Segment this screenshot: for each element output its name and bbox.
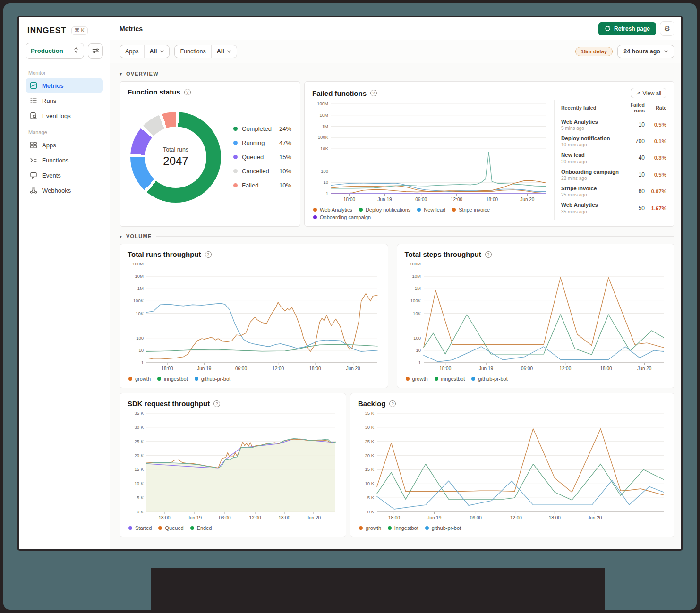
legend-dot (233, 127, 238, 131)
environment-select[interactable]: Production (26, 43, 84, 59)
failed-runs-count: 60 (619, 188, 645, 195)
overview-section-header[interactable]: ▾ OVERVIEW (120, 71, 674, 77)
svg-text:18:00: 18:00 (278, 515, 290, 520)
failed-rate: 0.5% (645, 122, 666, 128)
sdk-requests-chart-legend: StartedQueuedEnded (128, 522, 338, 531)
svg-text:10M: 10M (135, 273, 144, 279)
legend-item: growth (406, 376, 428, 382)
table-row[interactable]: Deploy notification10 mins ago7000.1% (561, 133, 666, 149)
sidebar-section-label: Manage (28, 129, 100, 135)
volume-section-header[interactable]: ▾ VOLUME (120, 233, 674, 239)
sidebar-item-apps[interactable]: Apps (26, 138, 103, 152)
help-icon[interactable]: ? (485, 251, 492, 258)
view-all-button[interactable]: ↗ View all (631, 88, 666, 98)
svg-text:18:00: 18:00 (343, 197, 355, 202)
svg-text:10M: 10M (320, 112, 329, 118)
svg-text:Jun 20: Jun 20 (520, 197, 534, 202)
svg-text:06:00: 06:00 (415, 197, 427, 202)
legend-dot (190, 526, 194, 530)
svg-text:0 K: 0 K (367, 509, 375, 514)
runs-icon (30, 97, 37, 104)
sidebar-item-event-logs[interactable]: Event logs (26, 109, 103, 123)
status-label: Running (242, 139, 265, 146)
svg-text:12:00: 12:00 (510, 515, 522, 520)
table-row[interactable]: New lead20 mins ago400.3% (561, 150, 666, 166)
total-steps-chart-legend: growthinngestbotgithub-pr-bot (405, 373, 666, 382)
legend-dot (359, 208, 363, 212)
failed-function-name: Stripe invoice (561, 185, 619, 192)
svg-text:18:00: 18:00 (486, 197, 498, 202)
apps-filter-label: Apps (120, 45, 144, 58)
legend-dot (233, 141, 238, 145)
svg-text:Jun 19: Jun 19 (188, 515, 202, 520)
status-legend-row: Cancelled10% (233, 168, 291, 175)
table-row[interactable]: Stripe invoice25 mins ago600.07% (561, 183, 666, 200)
functions-filter[interactable]: Functions All (174, 45, 237, 58)
command-k-shortcut[interactable]: ⌘ K (71, 26, 88, 35)
svg-text:35 K: 35 K (365, 410, 374, 416)
svg-text:06:00: 06:00 (521, 366, 532, 371)
svg-text:10: 10 (416, 348, 421, 353)
help-icon[interactable]: ? (370, 90, 377, 96)
svg-text:06:00: 06:00 (470, 515, 482, 520)
svg-text:100M: 100M (132, 261, 144, 266)
environment-filter-button[interactable] (88, 43, 103, 59)
svg-text:10K: 10K (136, 311, 144, 316)
legend-item: github-pr-bot (195, 376, 230, 382)
help-icon[interactable]: ? (389, 400, 396, 407)
svg-text:1M: 1M (137, 286, 144, 291)
settings-button[interactable]: ⚙ (660, 21, 674, 36)
apps-filter[interactable]: Apps All (120, 45, 170, 58)
svg-text:100: 100 (321, 169, 328, 174)
svg-text:10 K: 10 K (365, 481, 374, 486)
failed-runs-count: 10 (619, 121, 645, 128)
help-icon[interactable]: ? (205, 251, 212, 258)
failed-rate: 0.3% (645, 155, 666, 161)
help-icon[interactable]: ? (213, 400, 220, 407)
sidebar-item-webhooks[interactable]: Webhooks (26, 183, 103, 197)
legend-dot (233, 183, 238, 187)
svg-text:06:00: 06:00 (219, 515, 230, 520)
status-percentage: 10% (279, 168, 291, 175)
sidebar-item-label: Functions (42, 157, 68, 164)
time-range-select[interactable]: 24 hours ago (617, 45, 674, 58)
sidebar-section-label: Monitor (28, 70, 100, 76)
legend-dot (435, 377, 438, 381)
failed-function-time: 10 mins ago (561, 142, 619, 147)
svg-text:18:00: 18:00 (439, 366, 451, 371)
svg-text:10M: 10M (412, 273, 421, 279)
legend-item: growth (359, 525, 381, 531)
svg-text:12:00: 12:00 (272, 366, 284, 371)
legend-item: inngestbot (157, 376, 188, 382)
legend-dot (233, 155, 238, 159)
gear-icon: ⚙ (664, 25, 670, 33)
refresh-page-button[interactable]: Refresh page (598, 22, 656, 35)
table-row[interactable]: Web Analytics5 mins ago100.5% (561, 116, 666, 133)
sidebar-item-events[interactable]: Events (26, 168, 103, 182)
help-icon[interactable]: ? (184, 89, 191, 95)
svg-text:0 K: 0 K (137, 509, 144, 514)
functions-filter-value[interactable]: All (211, 45, 237, 58)
backlog-card: Backlog ? 35 K30 K25 K20 K15 K10 K5 K0 K… (350, 393, 674, 537)
failed-function-name: Web Analytics (561, 119, 619, 125)
table-row[interactable]: Onboarding campaign22 mins ago100.5% (561, 166, 666, 183)
svg-text:30 K: 30 K (134, 425, 144, 430)
svg-text:10 K: 10 K (134, 481, 144, 486)
table-row[interactable]: Web Analytics35 mins ago501.67% (561, 200, 666, 216)
legend-item: New lead (417, 207, 445, 213)
failed-function-name: Web Analytics (561, 202, 619, 208)
donut-center-value: 2047 (163, 154, 188, 168)
svg-text:10: 10 (138, 348, 144, 353)
status-legend-row: Failed10% (233, 182, 291, 189)
sidebar-item-runs[interactable]: Runs (26, 94, 103, 108)
sidebar-item-functions[interactable]: Functions (26, 153, 103, 167)
svg-text:1: 1 (418, 360, 420, 365)
caret-down-icon: ▾ (120, 71, 122, 77)
legend-dot (417, 208, 421, 212)
functions-icon (30, 156, 37, 164)
apps-filter-value[interactable]: All (144, 45, 170, 58)
sidebar-item-metrics[interactable]: Metrics (26, 78, 103, 93)
legend-item: Deploy notifications (359, 207, 410, 213)
svg-text:10K: 10K (413, 311, 421, 316)
svg-text:100M: 100M (317, 101, 328, 106)
